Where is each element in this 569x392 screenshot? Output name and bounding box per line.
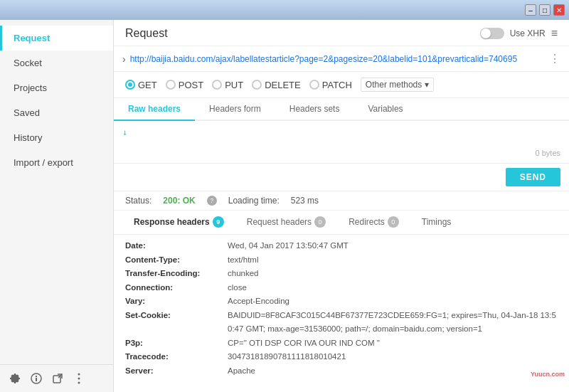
header-key: P3p: bbox=[125, 337, 225, 351]
bytes-label: 0 bytes bbox=[536, 149, 560, 157]
editor-area[interactable]: ↓ 0 bytes bbox=[114, 121, 569, 164]
timings-label: Timings bbox=[422, 217, 452, 227]
sidebar-item-label: Import / export bbox=[14, 157, 73, 168]
tab-variables[interactable]: Variables bbox=[353, 98, 417, 121]
toggle-knob bbox=[481, 28, 491, 38]
sidebar-item-saved[interactable]: Saved bbox=[0, 100, 113, 125]
method-put[interactable]: PUT bbox=[212, 80, 243, 90]
header-key: Date: bbox=[125, 239, 225, 253]
menu-icon[interactable]: ≡ bbox=[551, 27, 558, 40]
use-xhr-toggle[interactable] bbox=[480, 28, 504, 39]
sidebar-item-request[interactable]: Request bbox=[0, 26, 113, 51]
status-bar: Status: 200: OK ? Loading time: 523 ms bbox=[114, 191, 569, 211]
method-put-label: PUT bbox=[225, 80, 243, 90]
request-headers-badge: 0 bbox=[314, 216, 326, 228]
radio-post bbox=[166, 80, 176, 90]
table-row: Transfer-Encoding:chunked bbox=[125, 267, 558, 281]
table-row: Connection:close bbox=[125, 281, 558, 295]
sidebar-item-socket[interactable]: Socket bbox=[0, 51, 113, 75]
sidebar-footer bbox=[0, 364, 113, 392]
status-code: 200: OK bbox=[163, 196, 195, 206]
method-patch-label: PATCH bbox=[322, 80, 352, 90]
tab-raw-headers[interactable]: Raw headers bbox=[114, 98, 195, 121]
settings-icon[interactable] bbox=[9, 372, 21, 385]
tab-headers-form[interactable]: Headers form bbox=[195, 98, 275, 121]
svg-point-6 bbox=[78, 378, 80, 380]
status-label: Status: bbox=[125, 196, 151, 206]
method-delete[interactable]: DELETE bbox=[252, 80, 301, 90]
status-info-icon[interactable]: ? bbox=[207, 196, 217, 206]
header-val: Wed, 04 Jan 2017 13:50:47 GMT bbox=[228, 239, 349, 253]
svg-point-5 bbox=[78, 374, 80, 376]
redirects-label: Redirects bbox=[349, 217, 385, 227]
url-chevron-icon[interactable]: › bbox=[122, 53, 126, 65]
minimize-button[interactable]: – bbox=[525, 4, 536, 16]
use-xhr-control: Use XHR ≡ bbox=[480, 27, 558, 40]
sidebar-item-import-export[interactable]: Import / export bbox=[0, 150, 113, 175]
table-row: Set-Cookie:BAIDUID=8F8CAF3C015C44BF67377… bbox=[125, 309, 558, 337]
title-bar: – □ ✕ bbox=[0, 0, 569, 20]
radio-patch bbox=[309, 80, 319, 90]
tab-headers-sets[interactable]: Headers sets bbox=[275, 98, 354, 121]
tab-timings[interactable]: Timings bbox=[410, 211, 463, 234]
url-input[interactable] bbox=[130, 54, 545, 64]
header-val: BAIDUID=8F8CAF3C015C44BF67377E723CDEE659… bbox=[228, 309, 558, 337]
sidebar-item-projects[interactable]: Projects bbox=[0, 75, 113, 100]
header-key: Content-Type: bbox=[125, 253, 225, 267]
sidebar-item-label: Projects bbox=[14, 83, 47, 93]
close-button[interactable]: ✕ bbox=[553, 4, 565, 16]
info-icon[interactable] bbox=[30, 372, 43, 385]
header-key: Transfer-Encoding: bbox=[125, 267, 225, 281]
loading-label: Loading time: bbox=[228, 196, 280, 206]
radio-delete bbox=[252, 80, 262, 90]
send-button[interactable]: SEND bbox=[506, 168, 560, 186]
method-post[interactable]: POST bbox=[166, 80, 203, 90]
header-val: Apache bbox=[228, 364, 255, 378]
url-options-icon[interactable]: ⋮ bbox=[549, 52, 560, 65]
redirects-badge: 0 bbox=[388, 216, 399, 228]
header-val: chunked bbox=[228, 267, 258, 281]
sidebar: Request Socket Projects Saved History Im… bbox=[0, 20, 114, 392]
method-get[interactable]: GET bbox=[125, 80, 157, 90]
header-key: Server: bbox=[125, 364, 225, 378]
external-link-icon[interactable] bbox=[51, 372, 64, 385]
header-val: Accept-Encoding bbox=[228, 295, 289, 309]
send-btn-row: SEND bbox=[114, 164, 569, 191]
editor-content: ↓ bbox=[122, 127, 127, 137]
svg-point-7 bbox=[78, 382, 80, 384]
url-bar-row: › ⋮ bbox=[114, 46, 569, 72]
sidebar-item-label: History bbox=[14, 132, 42, 143]
table-row: Server:Apache bbox=[125, 364, 558, 378]
tab-request-headers[interactable]: Request headers 0 bbox=[235, 211, 337, 235]
sidebar-item-label: Saved bbox=[14, 107, 40, 118]
tab-raw-headers-label: Raw headers bbox=[128, 104, 181, 114]
radio-get bbox=[125, 80, 135, 90]
method-patch[interactable]: PATCH bbox=[309, 80, 352, 90]
tab-headers-form-label: Headers form bbox=[209, 104, 261, 114]
response-headers-badge: 9 bbox=[213, 216, 224, 228]
tab-variables-label: Variables bbox=[368, 104, 403, 114]
other-methods-dropdown[interactable]: Other methods ▾ bbox=[361, 78, 434, 92]
header-key: Set-Cookie: bbox=[125, 309, 225, 337]
header-val: CP=" OTI DSP COR IVA OUR IND COM " bbox=[228, 337, 380, 351]
main-content: Request Use XHR ≡ › ⋮ GET POST bbox=[114, 20, 569, 392]
tab-headers-sets-label: Headers sets bbox=[289, 104, 340, 114]
header-key: Connection: bbox=[125, 281, 225, 295]
header-key: Vary: bbox=[125, 295, 225, 309]
header-key: Tracecode: bbox=[125, 350, 225, 364]
sidebar-item-history[interactable]: History bbox=[0, 125, 113, 150]
svg-rect-2 bbox=[36, 376, 37, 377]
table-row: Tracecode:30473181890781111818010421 bbox=[125, 350, 558, 364]
radio-put bbox=[212, 80, 222, 90]
more-vertical-icon[interactable] bbox=[73, 372, 85, 385]
sidebar-item-label: Socket bbox=[14, 58, 42, 68]
table-row: Content-Type:text/html bbox=[125, 253, 558, 267]
watermark: Yuucn.com bbox=[531, 371, 565, 378]
header-val: 30473181890781111818010421 bbox=[228, 350, 346, 364]
tab-response-headers[interactable]: Response headers 9 bbox=[122, 211, 235, 235]
table-row: Vary:Accept-Encoding bbox=[125, 295, 558, 309]
maximize-button[interactable]: □ bbox=[539, 4, 551, 16]
method-post-label: POST bbox=[179, 80, 203, 90]
tab-redirects[interactable]: Redirects 0 bbox=[337, 211, 410, 235]
sidebar-item-label: Request bbox=[14, 33, 50, 43]
